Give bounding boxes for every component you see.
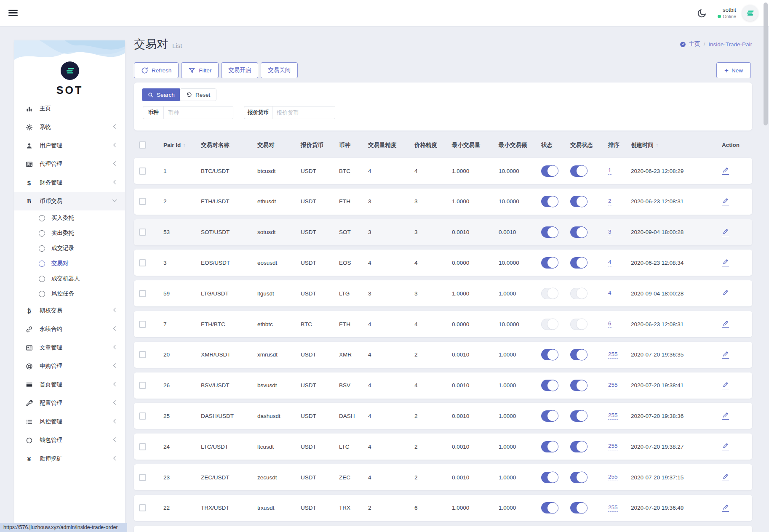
row-checkbox[interactable] — [139, 351, 146, 358]
sidebar-item-2[interactable]: 用户管理 — [14, 136, 125, 155]
edit-button[interactable] — [722, 382, 729, 389]
status-toggle[interactable] — [541, 441, 558, 452]
row-checkbox[interactable] — [139, 198, 146, 205]
edit-button[interactable] — [722, 412, 729, 420]
sort-editable-link[interactable]: 6 — [608, 320, 611, 328]
edit-button[interactable] — [722, 443, 729, 450]
cell-status[interactable] — [541, 403, 558, 429]
edit-button[interactable] — [722, 198, 729, 205]
cell-checkbox[interactable] — [139, 464, 146, 490]
cell-trade-status[interactable] — [570, 372, 587, 399]
cell-action[interactable] — [722, 342, 729, 368]
cell-action[interactable] — [722, 280, 729, 306]
trade-close-button[interactable]: 交易关闭 — [261, 62, 298, 78]
cell-trade-status[interactable] — [570, 189, 587, 215]
sort-editable-link[interactable]: 255 — [608, 473, 618, 481]
row-checkbox[interactable] — [139, 229, 146, 236]
sidebar-item-14[interactable]: ¥ 质押挖矿 — [14, 450, 125, 468]
cell-sort[interactable]: 2 — [608, 189, 611, 215]
edit-button[interactable] — [722, 229, 729, 236]
cell-sort[interactable]: 4 — [608, 280, 611, 306]
hamburger-menu-icon[interactable] — [8, 10, 18, 16]
status-toggle[interactable] — [541, 410, 558, 422]
edit-button[interactable] — [722, 290, 729, 297]
sort-editable-link[interactable]: 255 — [608, 504, 618, 512]
status-toggle[interactable] — [541, 226, 558, 238]
sidebar-subitem-5-2[interactable]: 成交记录 — [14, 241, 125, 256]
sort-editable-link[interactable]: 4 — [608, 259, 611, 266]
user-info[interactable]: sotbit Online — [718, 7, 736, 20]
sort-editable-link[interactable]: 4 — [608, 290, 611, 297]
cell-trade-status[interactable] — [570, 280, 587, 306]
sort-editable-link[interactable]: 255 — [608, 412, 618, 420]
sidebar-item-6[interactable]: B 期权交易 — [14, 301, 125, 320]
breadcrumb-home[interactable]: 主页 — [680, 40, 700, 48]
cell-trade-status[interactable] — [570, 219, 587, 245]
status-toggle[interactable] — [541, 472, 558, 483]
column-header-created_at[interactable]: 创建时间↑ — [631, 139, 659, 152]
cell-checkbox[interactable] — [139, 372, 146, 399]
sidebar-item-4[interactable]: $ 财务管理 — [14, 173, 125, 192]
status-toggle[interactable] — [541, 196, 558, 207]
trade-status-toggle[interactable] — [570, 319, 587, 330]
sidebar-subitem-5-1[interactable]: 卖出委托 — [14, 226, 125, 241]
cell-sort[interactable]: 1 — [608, 158, 611, 184]
cell-status[interactable] — [541, 372, 558, 399]
cell-trade-status[interactable] — [570, 250, 587, 276]
cell-checkbox[interactable] — [139, 250, 146, 276]
trade-status-toggle[interactable] — [570, 472, 587, 483]
cell-sort[interactable]: 255 — [608, 434, 618, 460]
cell-checkbox[interactable] — [139, 434, 146, 460]
edit-button[interactable] — [722, 351, 729, 359]
status-toggle[interactable] — [541, 380, 558, 391]
cell-trade-status[interactable] — [570, 158, 587, 184]
cell-checkbox[interactable] — [139, 280, 146, 306]
column-header-checkbox[interactable] — [139, 139, 146, 152]
edit-button[interactable] — [722, 320, 729, 328]
sidebar-subitem-5-5[interactable]: 风控任务 — [14, 286, 125, 301]
sidebar-item-11[interactable]: 配置管理 — [14, 394, 125, 412]
row-checkbox[interactable] — [139, 504, 146, 511]
status-toggle[interactable] — [541, 257, 558, 269]
trade-status-toggle[interactable] — [570, 257, 587, 269]
cell-checkbox[interactable] — [139, 495, 146, 521]
cell-trade-status[interactable] — [570, 464, 587, 490]
dark-mode-moon-icon[interactable] — [697, 8, 707, 18]
new-button[interactable]: + New — [716, 62, 751, 78]
sidebar-item-1[interactable]: 系统 — [14, 118, 125, 136]
cell-checkbox[interactable] — [139, 403, 146, 429]
trade-status-toggle[interactable] — [570, 502, 587, 513]
cell-status[interactable] — [541, 495, 558, 521]
cell-status[interactable] — [541, 219, 558, 245]
edit-button[interactable] — [722, 167, 729, 175]
trade-open-button[interactable]: 交易开启 — [221, 62, 258, 78]
cell-trade-status[interactable] — [570, 403, 587, 429]
window-scrollbar[interactable] — [764, 3, 768, 125]
edit-button[interactable] — [722, 504, 729, 512]
cell-trade-status[interactable] — [570, 434, 587, 460]
trade-status-toggle[interactable] — [570, 380, 587, 391]
sort-editable-link[interactable]: 255 — [608, 382, 618, 389]
avatar[interactable] — [742, 5, 758, 21]
sort-editable-link[interactable]: 255 — [608, 351, 618, 359]
sidebar-subitem-5-3[interactable]: 交易对 — [14, 256, 125, 271]
cell-status[interactable] — [541, 189, 558, 215]
cell-status[interactable] — [541, 250, 558, 276]
sort-editable-link[interactable]: 2 — [608, 198, 611, 205]
sidebar-item-12[interactable]: 风控管理 — [14, 412, 125, 431]
cell-checkbox[interactable] — [139, 342, 146, 368]
trade-status-toggle[interactable] — [570, 288, 587, 299]
cell-trade-status[interactable] — [570, 311, 587, 337]
sidebar-subitem-5-4[interactable]: 成交机器人 — [14, 271, 125, 286]
cell-action[interactable] — [722, 495, 729, 521]
cell-checkbox[interactable] — [139, 219, 146, 245]
filter-button[interactable]: Filter — [181, 62, 219, 78]
sidebar-item-13[interactable]: 钱包管理 — [14, 431, 125, 450]
cell-status[interactable] — [541, 342, 558, 368]
cell-sort[interactable]: 6 — [608, 311, 611, 337]
cell-action[interactable] — [722, 372, 729, 399]
cell-status[interactable] — [541, 434, 558, 460]
coin-filter-input[interactable] — [164, 106, 233, 119]
cell-checkbox[interactable] — [139, 311, 146, 337]
cell-action[interactable] — [722, 219, 729, 245]
